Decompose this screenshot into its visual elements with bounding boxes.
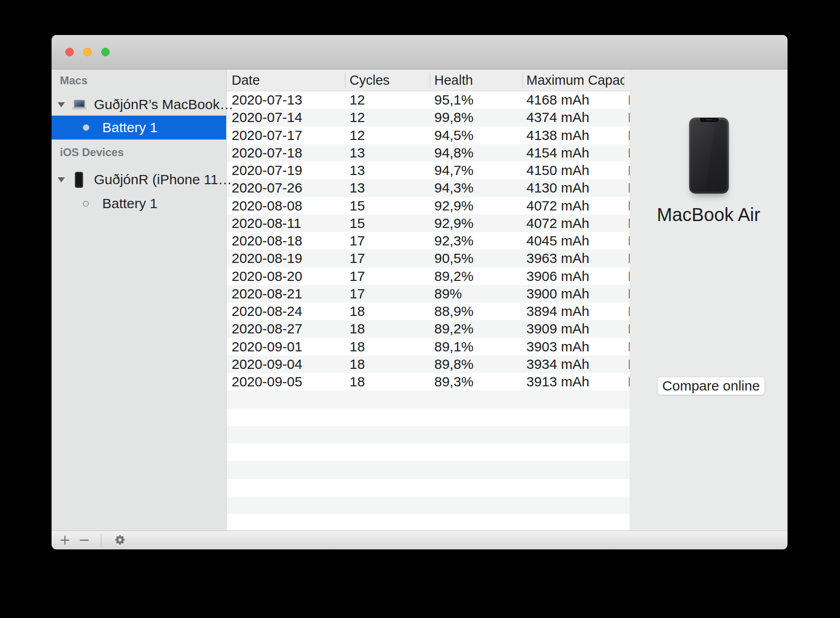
clipped-next-column-text: I bbox=[624, 356, 630, 373]
table-body: 2020-07-131295,1%4168 mAhI2020-07-141299… bbox=[227, 91, 630, 531]
sidebar-section-ios-devices: iOS Devices bbox=[60, 146, 124, 159]
table-cell: 95,1% bbox=[430, 91, 522, 109]
table-cell: 18 bbox=[345, 338, 430, 356]
table-row[interactable]: 2020-08-211789%3900 mAhI bbox=[227, 285, 630, 303]
sidebar-item-macbook[interactable]: GuðjónR’s MacBook… bbox=[52, 93, 226, 117]
table-cell: 3906 mAh bbox=[522, 268, 624, 285]
table-cell: 4168 mAh bbox=[522, 91, 624, 109]
table-cell: 2020-08-11 bbox=[227, 215, 345, 232]
column-header-maximum-capacity[interactable]: Maximum Capacity bbox=[522, 70, 624, 91]
table-cell: 3903 mAh bbox=[522, 338, 624, 356]
table-cell: 4150 mAh bbox=[522, 162, 624, 179]
table-cell: 4138 mAh bbox=[522, 127, 624, 144]
table-row[interactable]: 2020-08-191790,5%3963 mAhI bbox=[227, 250, 630, 267]
table-cell: 3913 mAh bbox=[522, 373, 624, 391]
table-cell: 88,9% bbox=[430, 303, 522, 320]
gear-icon[interactable] bbox=[113, 534, 127, 547]
table-row-empty[interactable] bbox=[227, 391, 630, 408]
table-cell: 4154 mAh bbox=[522, 144, 624, 162]
table-row[interactable]: 2020-07-191394,7%4150 mAhI bbox=[227, 162, 630, 179]
table-row-empty[interactable] bbox=[227, 514, 630, 531]
table-cell: 2020-08-19 bbox=[227, 250, 345, 267]
bottom-toolbar bbox=[52, 531, 788, 549]
disclosure-triangle-icon[interactable] bbox=[58, 177, 65, 182]
column-header-cycles[interactable]: Cycles bbox=[345, 70, 430, 91]
sidebar-item-iphone[interactable]: GuðjónR (iPhone 11… bbox=[52, 168, 226, 192]
table-cell: 17 bbox=[345, 250, 430, 267]
table-row-empty[interactable] bbox=[227, 461, 630, 478]
column-header-date[interactable]: Date bbox=[227, 70, 345, 91]
table-cell: 2020-09-04 bbox=[227, 356, 345, 373]
table-cell: 4072 mAh bbox=[522, 215, 624, 232]
clipped-next-column-text: I bbox=[624, 197, 630, 215]
table-cell: 12 bbox=[345, 91, 430, 109]
table-row-empty[interactable] bbox=[227, 496, 630, 514]
sidebar-item-battery1-iphone[interactable]: Battery 1 bbox=[52, 192, 226, 216]
table-row[interactable]: 2020-09-051889,3%3913 mAhI bbox=[227, 373, 630, 391]
table-cell: 99,8% bbox=[430, 109, 522, 126]
device-name-label: MacBook Air bbox=[630, 204, 788, 225]
table-cell: 3934 mAh bbox=[522, 356, 624, 373]
table-cell: 92,9% bbox=[430, 215, 522, 232]
table-cell: 92,9% bbox=[430, 197, 522, 215]
table-row[interactable]: 2020-09-011889,1%3903 mAhI bbox=[227, 338, 630, 356]
table-row[interactable]: 2020-08-201789,2%3906 mAhI bbox=[227, 268, 630, 285]
table-cell: 13 bbox=[345, 179, 430, 197]
table-cell: 18 bbox=[345, 356, 430, 373]
table-cell: 94,3% bbox=[430, 179, 522, 197]
table-cell: 92,3% bbox=[430, 232, 522, 250]
table-row[interactable]: 2020-07-171294,5%4138 mAhI bbox=[227, 127, 630, 144]
clipped-next-column-text: I bbox=[624, 373, 630, 391]
table-row[interactable]: 2020-08-271889,2%3909 mAhI bbox=[227, 320, 630, 338]
phone-camera bbox=[715, 119, 716, 121]
table-cell: 89,3% bbox=[430, 373, 522, 391]
table-row[interactable]: 2020-07-261394,3%4130 mAhI bbox=[227, 179, 630, 197]
clipped-next-column-text: I bbox=[624, 250, 630, 267]
title-bar[interactable] bbox=[52, 35, 788, 70]
table-cell: 18 bbox=[345, 373, 430, 391]
table-row-empty[interactable] bbox=[227, 479, 630, 496]
sidebar-item-battery1-mac[interactable]: Battery 1 bbox=[52, 116, 226, 140]
table-row[interactable]: 2020-08-181792,3%4045 mAhI bbox=[227, 232, 630, 250]
clipped-next-column-text: I bbox=[624, 91, 630, 109]
macbook-icon bbox=[72, 100, 87, 110]
clipped-next-column-text: I bbox=[624, 144, 630, 162]
table-cell: 18 bbox=[345, 320, 430, 338]
zoom-button[interactable] bbox=[101, 48, 110, 56]
table-cell: 2020-07-17 bbox=[227, 127, 345, 144]
column-header-clipped bbox=[624, 70, 630, 91]
add-icon[interactable] bbox=[59, 535, 70, 546]
table-row-empty[interactable] bbox=[227, 443, 630, 461]
column-header-health[interactable]: Health bbox=[430, 70, 522, 91]
table-cell: 89,2% bbox=[430, 320, 522, 338]
table-cell: 4072 mAh bbox=[522, 197, 624, 215]
table-row[interactable]: 2020-08-111592,9%4072 mAhI bbox=[227, 215, 630, 232]
clipped-next-column-text: I bbox=[624, 162, 630, 179]
toolbar-divider bbox=[101, 534, 101, 547]
table-cell: 2020-08-27 bbox=[227, 320, 345, 338]
table-row[interactable]: 2020-08-081592,9%4072 mAhI bbox=[227, 197, 630, 215]
table-row[interactable]: 2020-07-181394,8%4154 mAhI bbox=[227, 144, 630, 162]
sidebar: Macs GuðjónR’s MacBook… Batte bbox=[52, 70, 227, 531]
table-cell: 17 bbox=[345, 285, 430, 303]
disclosure-triangle-icon[interactable] bbox=[58, 102, 65, 107]
table-cell: 89% bbox=[430, 285, 522, 303]
table-row-empty[interactable] bbox=[227, 408, 630, 426]
table-row[interactable]: 2020-07-131295,1%4168 mAhI bbox=[227, 91, 630, 109]
table-row[interactable]: 2020-09-041889,8%3934 mAhI bbox=[227, 356, 630, 373]
remove-icon[interactable] bbox=[79, 535, 90, 546]
table-row[interactable]: 2020-08-241888,9%3894 mAhI bbox=[227, 303, 630, 320]
clipped-next-column-text: I bbox=[624, 109, 630, 126]
table-row[interactable]: 2020-07-141299,8%4374 mAhI bbox=[227, 109, 630, 126]
minimize-button[interactable] bbox=[83, 48, 92, 56]
table-cell: 12 bbox=[345, 109, 430, 126]
table-cell: 3909 mAh bbox=[522, 320, 624, 338]
table-cell: 15 bbox=[345, 215, 430, 232]
compare-online-button[interactable]: Compare online bbox=[657, 377, 765, 395]
table-cell: 94,7% bbox=[430, 162, 522, 179]
table-cell: 89,2% bbox=[430, 268, 522, 285]
table-cell: 2020-09-01 bbox=[227, 338, 345, 356]
table-cell: 2020-08-21 bbox=[227, 285, 345, 303]
close-button[interactable] bbox=[65, 48, 74, 56]
table-row-empty[interactable] bbox=[227, 426, 630, 443]
